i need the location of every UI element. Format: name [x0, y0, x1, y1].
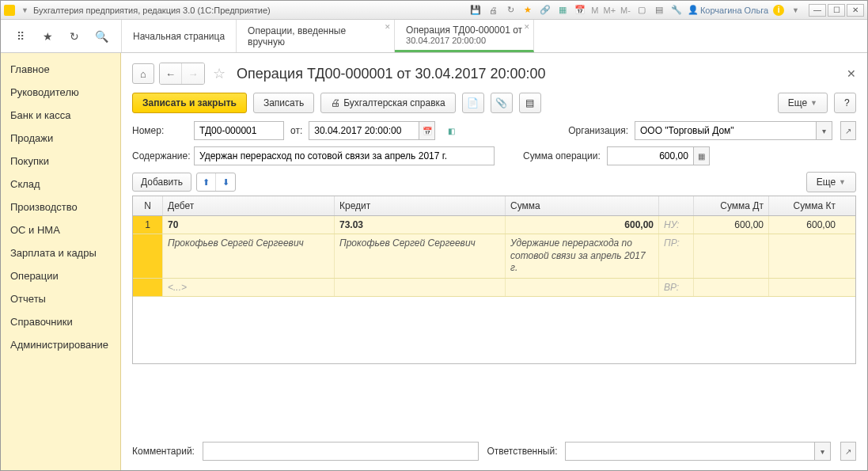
reload-icon[interactable]: ↻ [504, 4, 517, 17]
apps-icon[interactable]: ⠿ [13, 29, 28, 44]
search-icon[interactable]: 🔍 [94, 29, 108, 44]
forward-button[interactable]: → [182, 63, 204, 84]
close-window-button[interactable]: ✕ [847, 4, 864, 17]
panel1-icon[interactable]: ▢ [635, 4, 648, 17]
minimize-button[interactable]: — [809, 4, 826, 17]
col-n[interactable]: N [133, 196, 163, 215]
memory-m[interactable]: M [591, 6, 598, 15]
comment-label: Комментарий: [132, 446, 195, 457]
col-sum[interactable]: Сумма [506, 196, 659, 215]
date-ext-button[interactable]: ◧ [443, 121, 459, 140]
cell-tag-vr: ВР: [659, 279, 694, 296]
sidebar-item-reports[interactable]: Отчеты [1, 287, 120, 310]
app-menu-dropdown[interactable]: ▼ [21, 6, 28, 14]
clip-button[interactable]: 📎 [491, 93, 513, 113]
info-icon[interactable]: i [773, 5, 784, 16]
favorite-toggle[interactable]: ☆ [213, 65, 226, 82]
cell-debit-acc[interactable]: 70 [163, 216, 335, 234]
star-icon[interactable]: ★ [40, 29, 55, 44]
current-user[interactable]: 👤 Корчагина Ольга [688, 5, 768, 15]
grid-row[interactable]: <...> ВР: [133, 279, 855, 297]
calc-picker-icon[interactable]: ▦ [694, 146, 710, 165]
table-more-button[interactable]: Еще ▼ [806, 172, 856, 192]
report-button[interactable]: 🖨Бухгалтерская справка [320, 93, 456, 113]
number-input[interactable] [194, 121, 284, 140]
cell-sum-kt[interactable]: 600,00 [769, 216, 840, 234]
tab-close-icon[interactable]: ✕ [385, 23, 391, 31]
maximize-button[interactable]: ☐ [828, 4, 845, 17]
history-icon[interactable]: ↻ [67, 29, 81, 44]
save-icon[interactable]: 💾 [469, 4, 482, 17]
add-row-button[interactable]: Добавить [132, 173, 191, 192]
home-button[interactable]: ⌂ [132, 63, 154, 84]
sidebar-item-assets[interactable]: ОС и НМА [1, 218, 120, 241]
col-sum-dt[interactable]: Сумма Дт [694, 196, 769, 215]
links-icon[interactable]: 🔗 [539, 4, 552, 17]
comment-input[interactable] [203, 442, 479, 461]
content-input[interactable] [194, 146, 495, 165]
sidebar-item-admin[interactable]: Администрирование [1, 333, 120, 356]
titlebar: ▼ Бухгалтерия предприятия, редакция 3.0 … [1, 1, 867, 20]
help-button[interactable]: ? [834, 93, 856, 113]
cell-sum-dt[interactable]: 600,00 [694, 216, 769, 234]
cell-debit-ellipsis[interactable]: <...> [163, 279, 335, 296]
col-credit[interactable]: Кредит [335, 196, 506, 215]
org-input[interactable] [635, 121, 817, 140]
print-icon[interactable]: 🖨 [487, 4, 499, 17]
back-button[interactable]: ← [160, 63, 182, 84]
col-sum-kt[interactable]: Сумма Кт [769, 196, 840, 215]
col-debit[interactable]: Дебет [163, 196, 335, 215]
sidebar-item-operations[interactable]: Операции [1, 264, 120, 287]
memory-mminus[interactable]: M- [620, 6, 631, 15]
sidebar-item-purchases[interactable]: Покупки [1, 150, 120, 173]
sidebar-item-manager[interactable]: Руководителю [1, 81, 120, 104]
sum-input[interactable] [607, 146, 694, 165]
info-dropdown[interactable]: ▼ [792, 6, 799, 14]
org-dropdown-icon[interactable]: ▾ [817, 121, 832, 140]
sidebar-item-catalogs[interactable]: Справочники [1, 310, 120, 333]
org-open-button[interactable]: ↗ [840, 121, 856, 140]
sidebar-item-main[interactable]: Главное [1, 58, 120, 81]
sidebar-item-sales[interactable]: Продажи [1, 127, 120, 150]
attach-file-button[interactable]: 📄 [462, 93, 484, 113]
favorite-icon[interactable]: ★ [521, 4, 534, 17]
save-button[interactable]: Записать [253, 93, 314, 113]
main-area: ⌂ ← → ☆ Операция ТД00-000001 от 30.04.20… [121, 53, 867, 470]
more-button[interactable]: Еще ▼ [778, 93, 828, 113]
tab-bar: Начальная страница Операции, введенные в… [121, 20, 534, 52]
page-title: Операция ТД00-000001 от 30.04.2017 20:00… [237, 66, 546, 82]
calc-icon[interactable]: ▦ [556, 4, 569, 17]
cell-credit-sub[interactable]: Прокофьев Сергей Сергеевич [335, 234, 506, 278]
tab-operation-doc[interactable]: Операция ТД00-000001 от 30.04.2017 20:00… [395, 20, 534, 52]
responsible-dropdown-icon[interactable]: ▾ [815, 442, 831, 461]
cell-debit-sub[interactable]: Прокофьев Сергей Сергеевич [163, 234, 335, 278]
responsible-open-button[interactable]: ↗ [840, 442, 856, 461]
sidebar-item-warehouse[interactable]: Склад [1, 173, 120, 196]
tab-close-icon[interactable]: ✕ [524, 23, 530, 31]
panel2-icon[interactable]: ▤ [653, 4, 665, 17]
sidebar-item-payroll[interactable]: Зарплата и кадры [1, 241, 120, 264]
move-up-button[interactable]: ⬆ [197, 173, 216, 191]
calendar-icon[interactable]: 📅 [574, 4, 586, 17]
tab-home[interactable]: Начальная страница [122, 20, 237, 52]
template-button[interactable]: ▤ [519, 93, 541, 113]
cell-sum[interactable]: 600,00 [506, 216, 659, 234]
sidebar-item-bank[interactable]: Банк и касса [1, 104, 120, 127]
chevron-down-icon: ▼ [810, 99, 817, 107]
tab-operations-list[interactable]: Операции, введенные вручную ✕ [237, 20, 395, 52]
close-page-button[interactable]: ✕ [847, 67, 856, 80]
date-input[interactable] [309, 121, 419, 140]
responsible-input[interactable] [565, 442, 815, 461]
cell-credit-acc[interactable]: 73.03 [335, 216, 506, 234]
cell-sum-desc[interactable]: Удержание перерасхода по сотовой связи з… [506, 234, 659, 278]
number-label: Номер: [132, 125, 188, 136]
tool-icon[interactable]: 🔧 [670, 4, 683, 17]
topbar: ⠿ ★ ↻ 🔍 Начальная страница Операции, вве… [1, 20, 867, 53]
move-down-button[interactable]: ⬇ [216, 173, 235, 191]
sidebar-item-production[interactable]: Производство [1, 196, 120, 218]
memory-mplus[interactable]: M+ [604, 6, 616, 15]
save-close-button[interactable]: Записать и закрыть [132, 93, 247, 113]
calendar-picker-icon[interactable]: 📅 [419, 121, 435, 140]
grid-row[interactable]: 1 70 73.03 600,00 НУ: 600,00 600,00 [133, 216, 855, 234]
grid-row[interactable]: Прокофьев Сергей Сергеевич Прокофьев Сер… [133, 234, 855, 279]
